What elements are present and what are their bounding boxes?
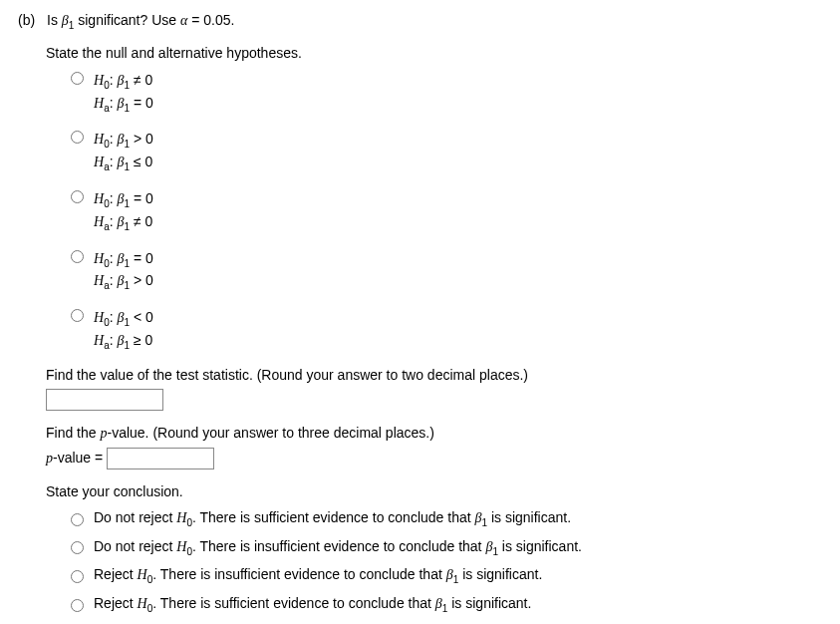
- concl-option-4[interactable]: Reject H0. There is sufficient evidence …: [66, 595, 822, 614]
- hyp-radio-1[interactable]: [71, 72, 84, 85]
- concl-option-3[interactable]: Reject H0. There is insufficient evidenc…: [66, 566, 822, 585]
- part-label: (b): [18, 12, 35, 28]
- concl-radio-1[interactable]: [71, 513, 84, 526]
- pvalue-label: p-value =: [46, 450, 103, 466]
- question-text: Is β1 significant? Use α = 0.05.: [47, 12, 234, 28]
- hyp-text-3: H0: β1 = 0 Ha: β1 ≠ 0: [94, 188, 153, 234]
- pvalue-input[interactable]: [107, 448, 214, 469]
- concl-radio-2[interactable]: [71, 541, 84, 554]
- concl-option-1[interactable]: Do not reject H0. There is sufficient ev…: [66, 509, 822, 528]
- hyp-option-3[interactable]: H0: β1 = 0 Ha: β1 ≠ 0: [66, 188, 822, 234]
- hyp-radio-5[interactable]: [71, 309, 84, 322]
- hyp-option-5[interactable]: H0: β1 < 0 Ha: β1 ≥ 0: [66, 307, 822, 353]
- hyp-text-4: H0: β1 = 0 Ha: β1 > 0: [94, 248, 153, 294]
- hyp-option-1[interactable]: H0: β1 ≠ 0 Ha: β1 = 0: [66, 70, 822, 116]
- pvalue-row: p-value =: [46, 448, 822, 469]
- conclusion-options: Do not reject H0. There is sufficient ev…: [66, 509, 822, 614]
- question-header: (b) Is β1 significant? Use α = 0.05.: [18, 12, 822, 31]
- concl-text-3: Reject H0. There is insufficient evidenc…: [94, 566, 542, 585]
- hyp-radio-3[interactable]: [71, 190, 84, 203]
- concl-text-4: Reject H0. There is sufficient evidence …: [94, 595, 531, 614]
- hyp-text-1: H0: β1 ≠ 0 Ha: β1 = 0: [94, 70, 153, 116]
- test-statistic-prompt: Find the value of the test statistic. (R…: [46, 367, 822, 383]
- concl-option-2[interactable]: Do not reject H0. There is insufficient …: [66, 538, 822, 557]
- concl-text-1: Do not reject H0. There is sufficient ev…: [94, 509, 571, 528]
- hypotheses-prompt: State the null and alternative hypothese…: [46, 45, 822, 61]
- concl-radio-4[interactable]: [71, 599, 84, 612]
- hyp-option-2[interactable]: H0: β1 > 0 Ha: β1 ≤ 0: [66, 129, 822, 174]
- concl-radio-3[interactable]: [71, 570, 84, 583]
- hyp-radio-2[interactable]: [71, 131, 84, 144]
- hyp-radio-4[interactable]: [71, 250, 84, 263]
- hyp-text-5: H0: β1 < 0 Ha: β1 ≥ 0: [94, 307, 153, 353]
- test-statistic-input[interactable]: [46, 389, 163, 411]
- hypotheses-options: H0: β1 ≠ 0 Ha: β1 = 0 H0: β1 > 0 Ha: β1 …: [66, 70, 822, 353]
- hyp-option-4[interactable]: H0: β1 = 0 Ha: β1 > 0: [66, 248, 822, 294]
- hyp-text-2: H0: β1 > 0 Ha: β1 ≤ 0: [94, 129, 153, 174]
- pvalue-prompt: Find the p-value. (Round your answer to …: [46, 425, 822, 442]
- conclusion-prompt: State your conclusion.: [46, 483, 822, 499]
- concl-text-2: Do not reject H0. There is insufficient …: [94, 538, 582, 557]
